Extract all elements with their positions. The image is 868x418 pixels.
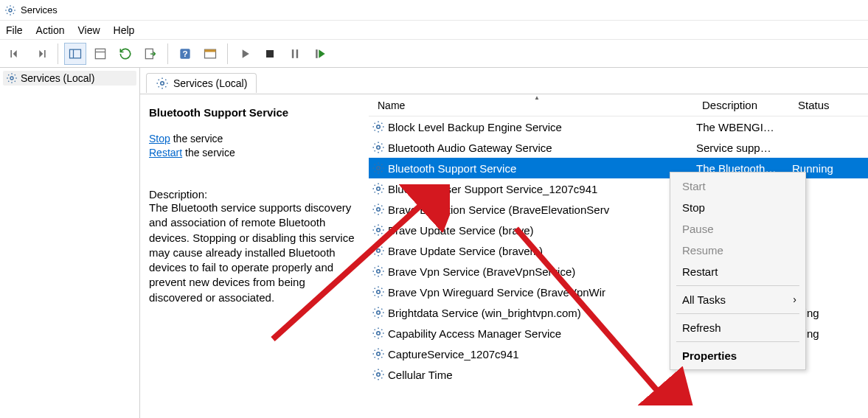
gear-icon (372, 327, 385, 340)
main-area: Services (Local) Services (Local) Blueto… (0, 68, 868, 418)
tree-pane: Services (Local) (0, 68, 140, 418)
gear-icon (372, 141, 385, 154)
column-description[interactable]: Description (696, 96, 792, 114)
service-name: Capability Access Manager Service (388, 327, 696, 340)
gear-icon (372, 347, 385, 360)
help-button[interactable]: ? (174, 43, 196, 65)
menu-action[interactable]: Action (36, 24, 65, 36)
ctx-refresh[interactable]: Refresh (672, 317, 804, 338)
start-service-button[interactable] (234, 43, 256, 65)
right-pane: Services (Local) Bluetooth Support Servi… (140, 68, 868, 418)
service-row[interactable]: Bluetooth Audio Gateway ServiceService s… (369, 137, 868, 158)
svg-rect-12 (266, 50, 274, 58)
svg-point-24 (377, 249, 381, 253)
properties-toolbar-button[interactable] (89, 43, 111, 65)
list-header: Name▲ Description Status (369, 94, 868, 116)
tree-root-services-local[interactable]: Services (Local) (3, 71, 136, 86)
restart-service-button[interactable] (309, 43, 331, 65)
refresh-button[interactable] (114, 43, 136, 65)
ctx-all-tasks[interactable]: All Tasks (672, 289, 804, 310)
svg-rect-5 (95, 49, 105, 58)
svg-rect-13 (292, 49, 294, 58)
gear-icon (372, 223, 385, 237)
selected-service-title: Bluetooth Support Service (149, 106, 361, 119)
gear-icon (372, 244, 385, 257)
service-name: CaptureService_1207c941 (388, 348, 696, 360)
ctx-resume: Resume (672, 240, 804, 261)
svg-point-25 (377, 270, 381, 274)
tree-root-label: Services (Local) (21, 72, 94, 84)
service-name: Bluetooth Support Service (388, 162, 696, 175)
menu-help[interactable]: Help (114, 24, 135, 36)
service-name: Brave Update Service (bravem) (388, 245, 696, 257)
svg-point-19 (377, 146, 381, 150)
tab-body: Bluetooth Support Service Stop the servi… (140, 94, 868, 418)
service-name: Brave Vpn Service (BraveVpnService) (388, 265, 696, 278)
window-title: Services (21, 4, 58, 15)
menu-file[interactable]: File (6, 24, 23, 36)
restart-link[interactable]: Restart (149, 147, 182, 159)
svg-point-29 (377, 352, 381, 356)
ctx-pause: Pause (672, 218, 804, 240)
description-pane: Bluetooth Support Service Stop the servi… (140, 94, 369, 418)
stop-service-button[interactable] (259, 43, 281, 65)
restart-suffix: the service (182, 147, 235, 159)
ctx-restart[interactable]: Restart (672, 261, 804, 282)
svg-point-30 (377, 373, 381, 377)
service-name: Bluetooth User Support Service_1207c941 (388, 183, 696, 195)
service-name: Bluetooth Audio Gateway Service (388, 142, 696, 154)
gear-icon (6, 72, 18, 84)
svg-rect-14 (296, 49, 299, 58)
svg-point-22 (377, 208, 381, 212)
service-name: Brave Update Service (brave) (388, 224, 696, 237)
svg-point-20 (377, 167, 381, 170)
svg-point-27 (377, 311, 381, 315)
gear-icon (372, 182, 385, 195)
gear-icon (372, 306, 385, 319)
tab-header: Services (Local) (140, 68, 868, 94)
tab-services-local[interactable]: Services (Local) (146, 73, 257, 93)
gear-icon (372, 285, 385, 299)
back-button[interactable] (4, 43, 27, 65)
ctx-stop[interactable]: Stop (672, 197, 804, 218)
svg-point-16 (10, 77, 13, 80)
show-hide-tree-button[interactable] (64, 43, 86, 65)
service-row[interactable]: Block Level Backup Engine ServiceThe WBE… (369, 116, 868, 137)
gear-icon (372, 161, 385, 175)
sort-asc-icon: ▲ (534, 94, 540, 101)
panel-button[interactable] (199, 43, 221, 65)
pause-service-button[interactable] (284, 43, 306, 65)
gear-icon (372, 120, 385, 133)
ctx-properties[interactable]: Properties (672, 345, 804, 366)
svg-point-17 (161, 81, 164, 85)
stop-suffix: the service (170, 133, 223, 144)
title-bar: Services (0, 0, 868, 21)
tab-label: Services (Local) (173, 77, 247, 89)
forward-button[interactable] (29, 43, 52, 65)
svg-point-28 (377, 332, 381, 335)
toolbar: ? (0, 40, 868, 68)
gear-icon (156, 77, 169, 90)
service-list-pane: Name▲ Description Status Block Level Bac… (369, 94, 868, 418)
svg-point-0 (9, 9, 12, 12)
svg-point-21 (377, 187, 381, 191)
stop-link[interactable]: Stop (149, 133, 170, 144)
menu-bar: File Action View Help (0, 21, 868, 40)
svg-rect-1 (10, 50, 12, 58)
service-description: Service supp… (696, 142, 792, 154)
export-button[interactable] (139, 43, 162, 65)
svg-text:?: ? (182, 49, 187, 58)
column-status[interactable]: Status (792, 96, 851, 114)
context-menu: Start Stop Pause Resume Restart All Task… (670, 172, 806, 370)
description-text: The Bluetooth service supports discovery… (149, 201, 361, 305)
svg-rect-3 (70, 49, 81, 58)
gear-icon (372, 203, 385, 216)
service-name: Cellular Time (388, 369, 696, 381)
menu-view[interactable]: View (77, 24, 100, 36)
svg-point-26 (377, 290, 381, 294)
svg-point-18 (377, 125, 381, 129)
svg-rect-15 (316, 49, 318, 58)
column-name[interactable]: Name▲ (372, 96, 696, 114)
svg-point-23 (377, 229, 381, 232)
gear-icon (372, 265, 385, 278)
